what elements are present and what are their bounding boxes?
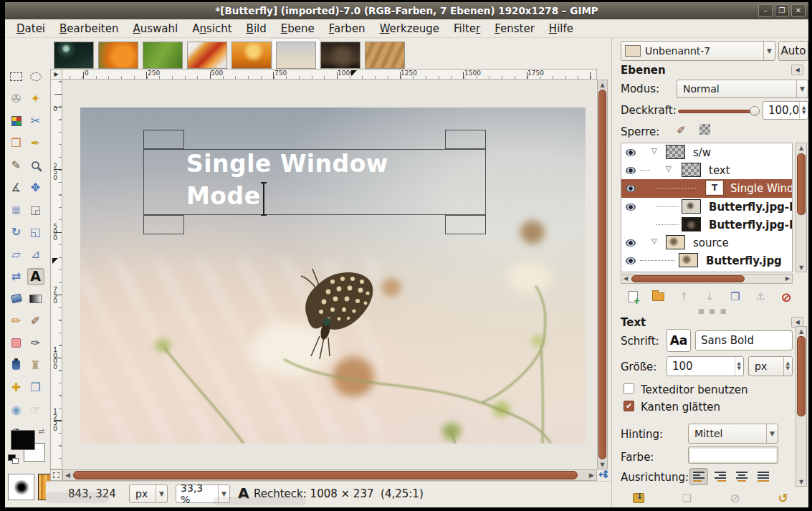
scroll-up-icon[interactable]: ▲ xyxy=(598,80,607,89)
scroll-left-icon[interactable]: ◀ xyxy=(624,275,628,282)
visibility-eye-icon[interactable] xyxy=(626,257,636,264)
image-thumbnail-7[interactable] xyxy=(320,42,360,69)
visibility-eye-icon[interactable] xyxy=(626,185,636,192)
lock-alpha-icon[interactable] xyxy=(699,124,710,135)
menu-filter[interactable]: Filter xyxy=(446,21,487,37)
text-box-handle-top-right[interactable] xyxy=(445,130,486,149)
layers-collapse-button[interactable]: ◀ xyxy=(791,65,803,75)
layer-row-butterfly-k2[interactable]: Butterfly.jpg-K xyxy=(621,216,792,234)
ellipse-select-tool-icon[interactable] xyxy=(27,68,44,85)
menu-werkzeuge[interactable]: Werkzeuge xyxy=(373,21,446,37)
brush-preview[interactable] xyxy=(8,474,34,500)
scroll-left-icon[interactable]: ◀ xyxy=(65,472,70,479)
visibility-eye-icon[interactable] xyxy=(626,239,636,247)
expander-icon[interactable]: ▽ xyxy=(651,237,657,245)
smudge-tool-icon[interactable]: ☞ xyxy=(27,401,44,419)
canvas-horizontal-scrollbar[interactable]: ◀ ▶ xyxy=(62,469,597,481)
select-by-color-tool-icon[interactable] xyxy=(8,113,25,130)
blur-sharpen-tool-icon[interactable]: ◉ xyxy=(8,401,25,419)
visibility-eye-icon[interactable] xyxy=(626,149,636,156)
new-group-button[interactable] xyxy=(649,289,668,305)
scrollbar-thumb[interactable] xyxy=(631,275,745,282)
delete-layer-button[interactable]: ⊘ xyxy=(777,289,796,305)
scrollbar-thumb[interactable] xyxy=(797,336,806,416)
restore-preset-button[interactable]: ❏ xyxy=(677,490,696,506)
image-thumbnail-5[interactable] xyxy=(231,42,272,69)
ruler-menu-button[interactable]: ▶ xyxy=(50,69,62,80)
spinner-arrows-icon[interactable]: ▲▼ xyxy=(799,102,808,119)
image-thumbnail-6-active[interactable] xyxy=(276,42,316,69)
image-thumbnail-4[interactable] xyxy=(187,42,227,69)
text-box-handle-bottom-right[interactable] xyxy=(445,215,486,234)
new-layer-button[interactable] xyxy=(624,289,642,305)
layer-list-horizontal-scrollbar[interactable]: ◀ ▶ xyxy=(621,274,793,284)
raise-layer-button[interactable]: ↑ xyxy=(674,289,693,305)
canvas-viewport[interactable]: Single WindowMode xyxy=(62,80,597,469)
layer-row-butterfly-k1[interactable]: Butterfly.jpg-K xyxy=(621,198,792,216)
free-select-tool-icon[interactable]: ✇ xyxy=(8,90,25,108)
justify-fill-button[interactable] xyxy=(754,468,773,485)
opacity-slider[interactable] xyxy=(678,110,757,113)
visibility-eye-icon[interactable] xyxy=(626,167,636,174)
menu-ansicht[interactable]: Ansicht xyxy=(185,21,239,37)
unit-dropdown[interactable]: px ▼ xyxy=(129,484,168,503)
panel-grip[interactable]: ■ ■ ■ xyxy=(698,307,727,315)
rectangle-select-tool-icon[interactable] xyxy=(8,68,25,85)
minimize-button[interactable]: – xyxy=(758,4,773,16)
text-box-handle-top-left[interactable] xyxy=(143,130,184,149)
menu-datei[interactable]: Datei xyxy=(9,21,52,37)
layer-row-source[interactable]: ▽ source xyxy=(621,234,792,252)
text-box-frame[interactable] xyxy=(143,149,486,215)
scrollbar-thumb[interactable] xyxy=(797,153,806,215)
layer-list-vertical-scrollbar[interactable]: ▲ ▼ xyxy=(796,143,807,272)
crop-tool-icon[interactable]: ◲ xyxy=(27,201,44,219)
scroll-right-icon[interactable]: ▶ xyxy=(589,472,594,479)
maximize-button[interactable]: ❐ xyxy=(775,4,789,16)
canvas-vertical-scrollbar[interactable]: ▲ ▼ xyxy=(597,80,608,469)
auto-button[interactable]: Auto xyxy=(778,41,808,61)
close-button[interactable]: ✕ xyxy=(791,4,806,16)
anchor-layer-button[interactable]: ⚓ xyxy=(751,289,770,305)
perspective-tool-icon[interactable]: ⊿ xyxy=(27,246,44,263)
scroll-down-icon[interactable]: ▼ xyxy=(796,477,806,486)
layer-row-butterfly-jpg[interactable]: Butterfly.jpg xyxy=(621,252,792,269)
flip-tool-icon[interactable]: ⇄ xyxy=(8,268,25,285)
color-swatches[interactable]: ⇄ xyxy=(8,429,44,466)
menu-farben[interactable]: Farben xyxy=(322,21,373,37)
horizontal-scrollbar-thumb[interactable] xyxy=(73,471,578,479)
text-box-handle-bottom-left[interactable] xyxy=(143,215,184,234)
layer-row-single-window-selected[interactable]: T Single Window xyxy=(621,179,792,198)
scroll-up-icon[interactable]: ▲ xyxy=(796,327,806,335)
font-name-field[interactable]: Sans Bold xyxy=(695,330,793,350)
scroll-up-icon[interactable]: ▲ xyxy=(796,143,806,152)
image-thumbnail-2[interactable] xyxy=(98,42,138,69)
eraser-tool-icon[interactable] xyxy=(8,335,25,352)
expander-icon[interactable]: ▽ xyxy=(651,147,657,155)
foreground-select-tool-icon[interactable]: ❒ xyxy=(8,135,25,152)
duplicate-layer-button[interactable]: ❐ xyxy=(726,289,745,305)
menu-ebene[interactable]: Ebene xyxy=(274,21,322,37)
menu-bearbeiten[interactable]: Bearbeiten xyxy=(52,21,125,37)
reset-button[interactable]: ↺ xyxy=(774,490,793,506)
pencil-tool-icon[interactable]: ✏ xyxy=(8,312,25,330)
swap-colors-icon[interactable]: ⇄ xyxy=(39,427,44,435)
layer-row-sw[interactable]: ▽ s/w xyxy=(621,143,792,161)
mode-dropdown[interactable]: Normal ▼ xyxy=(677,80,808,98)
menu-bild[interactable]: Bild xyxy=(239,21,274,37)
quick-mask-toggle[interactable] xyxy=(50,469,62,481)
title-bar[interactable]: *[Butterfly] (imported)-7.0 (RGB-Farben,… xyxy=(5,2,808,19)
expander-icon[interactable]: ▽ xyxy=(666,165,672,173)
antialias-checkbox[interactable]: ✔ xyxy=(624,401,634,411)
spinner-arrows-icon[interactable]: ▲▼ xyxy=(735,357,743,376)
text-tool-icon[interactable]: A xyxy=(27,268,44,285)
clone-tool-icon[interactable]: ♜ xyxy=(27,357,44,374)
layer-row-text-group[interactable]: ▽ text xyxy=(621,161,792,179)
font-picker-button[interactable]: Aa xyxy=(667,329,691,352)
align-tool-icon[interactable]: ▦ xyxy=(8,201,25,219)
bucket-fill-tool-icon[interactable] xyxy=(8,290,25,307)
text-panel-scrollbar[interactable]: ▲ ▼ xyxy=(796,326,807,487)
image-thumbnail-3[interactable] xyxy=(143,42,183,69)
heal-tool-icon[interactable]: ✚ xyxy=(8,379,25,396)
lower-layer-button[interactable]: ↓ xyxy=(700,289,719,305)
delete-preset-button[interactable]: ⊘ xyxy=(726,490,745,506)
